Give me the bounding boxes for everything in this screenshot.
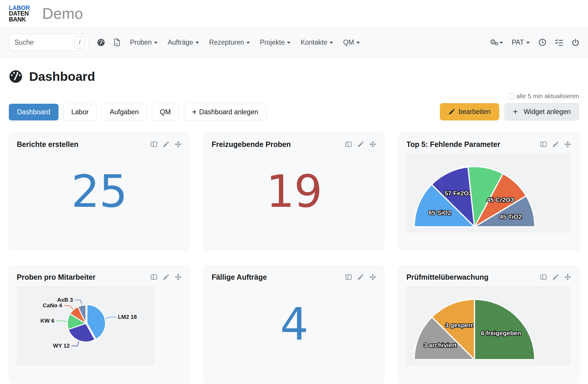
logout-power-icon[interactable]: [572, 39, 579, 46]
slice-label: WY 12: [53, 343, 70, 349]
search-input[interactable]: [14, 38, 64, 46]
menu-projekte[interactable]: Projekte: [260, 38, 290, 46]
slice-label: 65 SiO2: [429, 209, 451, 216]
move-arrows-icon[interactable]: [175, 274, 182, 281]
widget-pruefmittelueberwachung: Prüfmittelüberwachung 3 archiviert3 gesp…: [398, 266, 579, 383]
chevron-down-icon: [526, 42, 530, 44]
widget-tools: [345, 141, 376, 148]
slice-label: LM2 18: [118, 314, 137, 320]
chevron-down-icon: [246, 42, 250, 44]
documents-file-icon[interactable]: [113, 38, 121, 46]
pie-chart-proben-pro-mitarbeiter: LM2 18WY 12KW 6CaNo 4AxB 3: [17, 286, 154, 364]
move-arrows-icon[interactable]: [369, 141, 376, 148]
gauge-icon: [9, 70, 23, 83]
chevron-down-icon: [154, 42, 158, 44]
tasks-checklist-icon[interactable]: [555, 39, 563, 46]
chevron-down-icon: [356, 42, 360, 44]
widget-title: Berichte erstellen: [17, 140, 78, 149]
logo-line-3: BANK: [9, 16, 30, 22]
widget-berichte-erstellen: Berichte erstellen 25: [9, 133, 190, 250]
auto-refresh-checkbox[interactable]: [508, 93, 514, 99]
chevron-down-icon: [330, 42, 333, 44]
edit-dashboard-button[interactable]: bearbeiten: [440, 103, 499, 120]
app: LABOR DATEN BANK Demo / Proben Aufträge …: [0, 0, 588, 384]
auto-refresh-label: alle 5 min aktualisieren: [516, 93, 579, 100]
slice-label: 45 Cr2O3: [487, 196, 514, 203]
app-title: Demo: [42, 5, 83, 22]
pencil-icon[interactable]: [357, 274, 364, 281]
pencil-icon[interactable]: [552, 274, 559, 281]
widget-grid: Berichte erstellen 25 Freizugebende Prob…: [9, 133, 579, 383]
user-menu[interactable]: PAT: [512, 38, 530, 46]
widget-tools: [345, 274, 376, 281]
widget-faellige-auftraege: Fällige Aufträge 4: [204, 266, 385, 383]
pencil-icon[interactable]: [163, 141, 169, 148]
pencil-icon[interactable]: [357, 141, 364, 148]
menu-rezepturen[interactable]: Rezepturen: [209, 38, 250, 46]
search-shortcut-key: /: [74, 36, 85, 48]
slice-label: CaNo 4: [43, 302, 62, 308]
menu-proben[interactable]: Proben: [130, 38, 158, 46]
main-menu: Proben Aufträge Rezepturen Projekte Kont…: [125, 38, 365, 46]
slice-label: AxB 3: [57, 297, 73, 303]
label-leader-line: [56, 321, 67, 321]
pencil-icon[interactable]: [163, 274, 169, 281]
pencil-icon[interactable]: [552, 141, 559, 148]
move-arrows-icon[interactable]: [369, 274, 376, 281]
columns-icon[interactable]: [540, 274, 547, 280]
columns-icon[interactable]: [540, 141, 547, 147]
label-leader-line: [106, 317, 116, 318]
widget-title: Prüfmittelüberwachung: [406, 273, 488, 281]
widget-title: Fällige Aufträge: [212, 273, 267, 281]
slice-label: 57 Fe2O3: [445, 190, 472, 197]
pencil-icon: [448, 108, 455, 115]
chart-area: LM2 18WY 12KW 6CaNo 4AxB 3: [17, 286, 154, 365]
columns-icon[interactable]: [151, 274, 157, 280]
widget-top5-fehlende-parameter: Top 5: Fehlende Parameter 65 SiO257 Fe2O…: [398, 133, 579, 250]
dashboard-toolbar: Dashboard Labor Aufgaben QM + Dashboard …: [9, 93, 579, 120]
widget-tools: [540, 274, 571, 281]
label-leader-line: [64, 306, 73, 309]
move-arrows-icon[interactable]: [175, 141, 182, 148]
columns-icon[interactable]: [345, 274, 352, 280]
move-arrows-icon[interactable]: [564, 274, 571, 281]
navbar-right: ⚙⚙ PAT: [490, 38, 579, 46]
menu-qm[interactable]: QM: [343, 38, 360, 46]
widget-tools: [151, 141, 182, 148]
tab-qm[interactable]: QM: [152, 104, 179, 120]
widget-tools: [151, 274, 182, 281]
columns-icon[interactable]: [345, 141, 352, 147]
columns-icon[interactable]: [151, 141, 157, 147]
chart-area: 65 SiO257 Fe2O345 Cr2O345 TiO2: [406, 153, 571, 233]
user-name: PAT: [512, 38, 524, 46]
menu-auftraege[interactable]: Aufträge: [168, 38, 199, 46]
slice-label: 45 TiO2: [500, 213, 522, 220]
add-dashboard-button[interactable]: + Dashboard anlegen: [184, 104, 266, 120]
search-box[interactable]: /: [9, 34, 89, 51]
widget-proben-pro-mitarbeiter: Proben pro Mitarbeiter LM2 18WY 12KW 6Ca…: [9, 266, 190, 383]
menu-kontakte[interactable]: Kontakte: [300, 38, 333, 46]
settings-menu[interactable]: ⚙⚙: [490, 38, 503, 46]
chart-area: 3 archiviert3 gesperrt6 freigegeben: [406, 286, 571, 365]
move-arrows-icon[interactable]: [564, 141, 571, 148]
tab-labor[interactable]: Labor: [63, 104, 97, 120]
app-header: LABOR DATEN BANK Demo: [0, 0, 588, 27]
tab-aufgaben[interactable]: Aufgaben: [101, 104, 147, 120]
labordatenbank-logo[interactable]: LABOR DATEN BANK: [9, 5, 30, 22]
widget-title: Top 5: Fehlende Parameter: [406, 140, 500, 149]
page-title: Dashboard: [29, 69, 95, 84]
slice-label: 3 archiviert: [424, 342, 457, 348]
widget-value: 25: [71, 165, 127, 217]
main-navbar: / Proben Aufträge Rezepturen Projekte Ko…: [0, 27, 588, 58]
page-content: Dashboard Dashboard Labor Aufgaben QM + …: [0, 69, 588, 383]
auto-refresh-option: alle 5 min aktualisieren: [508, 93, 579, 100]
dashboard-buttons: bearbeiten + Widget anlegen: [440, 103, 579, 120]
label-leader-line: [75, 300, 82, 305]
history-clock-icon[interactable]: [539, 38, 546, 46]
add-widget-button[interactable]: + Widget anlegen: [505, 103, 579, 120]
chevron-down-icon: [196, 42, 199, 44]
dashboard-gauge-icon[interactable]: [97, 38, 105, 46]
page-head: Dashboard: [9, 69, 579, 84]
tab-dashboard[interactable]: Dashboard: [9, 104, 59, 120]
gears-icon: ⚙⚙: [490, 38, 497, 46]
